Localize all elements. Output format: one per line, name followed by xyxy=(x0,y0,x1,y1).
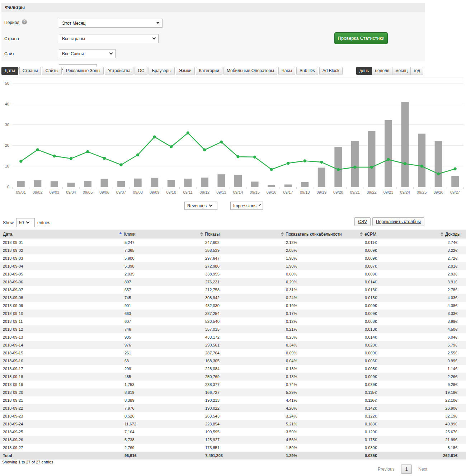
bar[interactable] xyxy=(318,168,325,187)
line-point[interactable] xyxy=(19,160,22,162)
csv-button[interactable]: CSV xyxy=(354,217,371,226)
bar[interactable] xyxy=(67,183,75,187)
bar[interactable] xyxy=(268,185,275,187)
site-select[interactable]: Все Сайты xyxy=(59,49,116,58)
line-point[interactable] xyxy=(370,166,373,169)
column-header-ecpm[interactable]: eCPM xyxy=(359,230,439,239)
cell-impressions: 212,758 xyxy=(199,286,280,294)
cell-date: 2018-09-12 xyxy=(0,325,118,333)
entries-select[interactable]: 50 xyxy=(16,218,35,227)
bar[interactable] xyxy=(435,141,442,187)
line-point[interactable] xyxy=(437,172,440,175)
help-icon[interactable]: ? xyxy=(22,19,27,24)
tab-браузеры[interactable]: Браузеры xyxy=(149,67,174,75)
bar[interactable] xyxy=(51,181,58,187)
page-number-button[interactable]: 1 xyxy=(401,465,412,474)
tab-даты[interactable]: Даты xyxy=(1,67,18,75)
line-point[interactable] xyxy=(236,155,239,158)
x-axis-label: 09/12 xyxy=(200,190,210,194)
line-point[interactable] xyxy=(103,157,106,160)
tab-языки[interactable]: Языки xyxy=(176,67,195,75)
x-axis-label: 09/25 xyxy=(417,190,427,194)
cell-impressions: 250,769 xyxy=(199,373,280,381)
line-point[interactable] xyxy=(420,165,423,168)
tab-ос[interactable]: ОС xyxy=(135,67,147,75)
y-axis-label: 20 xyxy=(5,143,9,147)
line-point[interactable] xyxy=(320,161,323,164)
line-point[interactable] xyxy=(353,166,356,169)
metric-select-revenues[interactable]: Revenues xyxy=(184,202,217,210)
line-point[interactable] xyxy=(136,154,139,156)
bar[interactable] xyxy=(17,181,25,187)
tab-часы[interactable]: Часы xyxy=(278,67,295,75)
next-button[interactable]: Next xyxy=(417,465,429,473)
bar[interactable] xyxy=(251,182,259,187)
period-tab-неделя[interactable]: неделя xyxy=(372,67,392,75)
column-header-impressions[interactable]: Показы xyxy=(199,230,280,239)
check-stats-button[interactable]: Проверка Статистики xyxy=(334,32,388,44)
bar[interactable] xyxy=(117,181,125,187)
tab-мобильные-операторы[interactable]: Мобильные Операторы xyxy=(223,67,277,75)
line-point[interactable] xyxy=(287,162,290,165)
cell-ecpm: 0.009€ xyxy=(359,270,439,278)
line-point[interactable] xyxy=(270,168,273,171)
bar[interactable] xyxy=(34,180,41,187)
line-point[interactable] xyxy=(70,157,72,160)
line-point[interactable] xyxy=(203,149,206,151)
line-point[interactable] xyxy=(303,159,306,162)
bar[interactable] xyxy=(168,180,175,187)
bar[interactable] xyxy=(234,175,242,187)
period-tab-месяц[interactable]: месяц xyxy=(392,67,411,75)
column-header-ctr[interactable]: Показатель кликабельности xyxy=(280,230,359,239)
bar[interactable] xyxy=(184,179,192,187)
tab-категории[interactable]: Категории xyxy=(196,67,222,75)
line-point[interactable] xyxy=(187,131,189,134)
bar[interactable] xyxy=(418,134,425,187)
tab-устройства[interactable]: Устройства xyxy=(105,67,134,75)
country-select[interactable]: Все страны xyxy=(59,34,159,43)
line-point[interactable] xyxy=(337,168,340,171)
bar[interactable] xyxy=(301,182,309,187)
previous-button[interactable]: Previous xyxy=(376,465,396,473)
period-select[interactable]: Этот Месяц xyxy=(59,19,163,28)
line-point[interactable] xyxy=(53,155,56,157)
bar[interactable] xyxy=(151,178,158,187)
tab-sub-ids[interactable]: Sub IDs xyxy=(296,67,318,75)
period-tab-год[interactable]: год xyxy=(411,67,423,75)
bar[interactable] xyxy=(217,174,225,187)
line-point[interactable] xyxy=(36,148,39,151)
period-tab-день[interactable]: день xyxy=(356,67,372,75)
bar[interactable] xyxy=(351,141,359,187)
toggle-columns-button[interactable]: Переключить столбцы xyxy=(372,217,424,226)
column-header-clicks[interactable]: Клики xyxy=(118,230,199,239)
bar[interactable] xyxy=(368,131,375,187)
bar[interactable] xyxy=(101,179,108,187)
line-point[interactable] xyxy=(86,150,89,153)
line-point[interactable] xyxy=(170,145,173,148)
bar[interactable] xyxy=(284,184,292,187)
line-point[interactable] xyxy=(119,163,122,166)
bar[interactable] xyxy=(401,102,409,187)
line-point[interactable] xyxy=(253,156,256,159)
cell-date: 2018-09-08 xyxy=(0,294,118,302)
line-point[interactable] xyxy=(404,162,406,165)
tab-сайты[interactable]: Сайты xyxy=(42,67,61,75)
tab-ad-block[interactable]: Ad Block xyxy=(319,67,343,75)
line-point[interactable] xyxy=(153,135,156,138)
column-header-revenue[interactable]: Доходы xyxy=(439,230,466,239)
metric-select-impressions[interactable]: Impressions xyxy=(230,202,263,210)
bar[interactable] xyxy=(334,147,342,187)
tab-рекламные-зоны[interactable]: Рекламные Зоны xyxy=(63,67,104,75)
bar[interactable] xyxy=(134,179,142,187)
line-point[interactable] xyxy=(387,158,390,161)
bar[interactable] xyxy=(201,178,208,187)
line-point[interactable] xyxy=(454,168,457,170)
line-point[interactable] xyxy=(220,141,223,143)
bar[interactable] xyxy=(84,181,91,187)
column-header-date[interactable]: Дата xyxy=(0,230,118,239)
bar[interactable] xyxy=(385,120,392,187)
tab-страны[interactable]: Страны xyxy=(19,67,41,75)
bar[interactable] xyxy=(451,176,459,187)
cell-revenue: 4.38€ xyxy=(439,302,466,310)
x-axis-label: 09/03 xyxy=(50,190,60,194)
